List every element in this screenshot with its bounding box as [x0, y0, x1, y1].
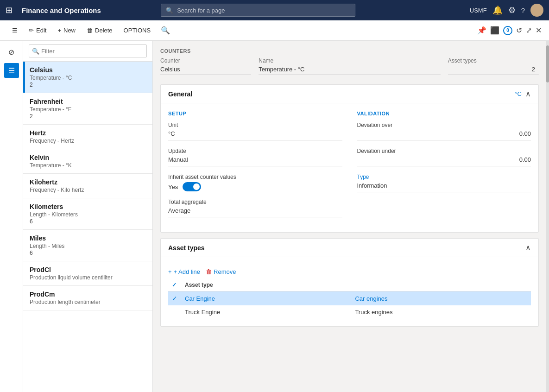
list-item[interactable]: Miles Length - Miles 6	[23, 230, 152, 261]
scrollbar-thumb[interactable]	[546, 45, 549, 82]
validation-label: VALIDATION	[357, 111, 531, 116]
item-sub: Length - Miles	[30, 243, 146, 249]
circle-icon[interactable]: 0	[503, 26, 512, 35]
counters-section: COUNTERS Counter Celsius Name Temperatur…	[160, 48, 539, 79]
main-layout: ⊘ ☰ 🔍 Celsius Temperature - °C 2 Fahrenh…	[0, 41, 549, 392]
row-asset-type: Car Engine	[181, 291, 351, 306]
office-icon[interactable]: ⬛	[490, 26, 499, 35]
list-item[interactable]: Fahrenheit Temperature - °F 2	[23, 93, 152, 125]
popout-icon[interactable]: ⤢	[526, 26, 532, 35]
toolbar-search-icon[interactable]: 🔍	[161, 26, 170, 35]
item-sub: Production length centimeter	[30, 299, 146, 305]
asset-types-collapse-button[interactable]: ∧	[525, 243, 531, 252]
description-col-header	[351, 279, 531, 291]
remove-button[interactable]: 🗑 Remove	[206, 268, 236, 275]
item-num: 6	[30, 218, 146, 225]
search-box[interactable]: 🔍 Search for a page	[161, 4, 355, 17]
new-label: New	[63, 27, 76, 34]
general-card-header-right: °C ∧	[515, 89, 531, 98]
col-asset-types-header: Asset types	[448, 57, 539, 64]
top-right-icons: USMF 🔔 ⚙ ?	[470, 4, 543, 17]
bell-icon[interactable]: 🔔	[492, 5, 503, 15]
asset-types-card-title: Asset types	[168, 244, 205, 252]
item-sub: Length - Kilometers	[30, 211, 146, 218]
general-card-title: General	[168, 90, 192, 98]
new-icon: +	[57, 27, 61, 34]
gear-icon[interactable]: ⚙	[508, 5, 516, 15]
hamburger-button[interactable]: ☰	[7, 24, 22, 37]
check-col-header: ✓	[168, 279, 181, 291]
type-label: Type	[357, 174, 531, 180]
inherit-toggle-label: Yes	[168, 183, 178, 190]
total-aggregate-value[interactable]: Average	[168, 207, 342, 217]
item-num: 6	[30, 250, 146, 256]
add-line-button[interactable]: + + Add line	[168, 268, 200, 275]
item-name: Hertz	[30, 129, 146, 137]
list-item[interactable]: Kilometers Length - Kilometers 6	[23, 198, 152, 230]
remove-icon: 🗑	[206, 268, 212, 275]
general-collapse-button[interactable]: ∧	[525, 89, 531, 98]
sidebar-filter-icon[interactable]: ⊘	[4, 44, 19, 59]
deviation-under-value[interactable]: 0.00	[357, 156, 531, 166]
sidebar-list-icon[interactable]: ☰	[4, 63, 19, 78]
inherit-toggle-wrap: Yes	[168, 182, 342, 191]
item-name: Kilohertz	[30, 178, 146, 186]
hamburger-icon: ☰	[12, 27, 18, 34]
setup-col: SETUP Unit °C Update Manual Inherit asse…	[168, 111, 342, 225]
general-form: SETUP Unit °C Update Manual Inherit asse…	[168, 111, 531, 225]
delete-label: Delete	[95, 27, 113, 34]
notification-count: 0	[506, 28, 509, 33]
scrollbar-track[interactable]	[546, 41, 549, 392]
deviation-over-label: Deviation over	[357, 122, 531, 128]
list-item[interactable]: ProdCm Production length centimeter	[23, 286, 152, 310]
unit-value[interactable]: °C	[168, 130, 342, 140]
refresh-icon[interactable]: ↺	[516, 26, 522, 35]
list-item[interactable]: Kelvin Temperature - °K	[23, 149, 152, 174]
options-label: OPTIONS	[124, 27, 151, 34]
toolbar: ☰ ✏ Edit + New 🗑 Delete OPTIONS 🔍 📌 ⬛ 0 …	[0, 20, 549, 41]
new-button[interactable]: + New	[53, 24, 80, 37]
close-icon[interactable]: ✕	[536, 26, 542, 35]
item-sub: Production liquid volume centiliter	[30, 274, 146, 281]
asset-types-card-header: Asset types ∧	[161, 239, 538, 257]
tenant-label: USMF	[470, 7, 487, 14]
top-navigation: ⊞ Finance and Operations 🔍 Search for a …	[0, 0, 549, 20]
inherit-toggle[interactable]	[183, 182, 201, 191]
update-value[interactable]: Manual	[168, 156, 342, 166]
list-item[interactable]: Celsius Temperature - °C 2	[23, 62, 152, 93]
unit-label: Unit	[168, 122, 342, 128]
delete-button[interactable]: 🗑 Delete	[82, 24, 117, 37]
asset-types-header-right: ∧	[525, 243, 531, 252]
filter-search-icon: 🔍	[32, 48, 39, 55]
deviation-over-value[interactable]: 0.00	[357, 130, 531, 140]
edit-button[interactable]: ✏ Edit	[24, 24, 51, 37]
help-icon[interactable]: ?	[521, 6, 525, 14]
unit-group: Unit °C	[168, 122, 342, 140]
toolbar-right: 📌 ⬛ 0 ↺ ⤢ ✕	[477, 26, 542, 35]
add-line-icon: +	[168, 268, 172, 275]
table-row[interactable]: Truck Engine Truck engines	[168, 305, 531, 319]
sidebar: ⊘ ☰	[0, 41, 23, 392]
asset-types-card: Asset types ∧ + + Add line 🗑 Remove	[160, 238, 539, 327]
list-item[interactable]: ProdCl Production liquid volume centilit…	[23, 261, 152, 286]
grid-icon[interactable]: ⊞	[6, 5, 13, 15]
item-sub: Temperature - °F	[30, 106, 146, 113]
update-group: Update Manual	[168, 148, 342, 166]
avatar[interactable]	[530, 4, 543, 17]
list-item[interactable]: Hertz Frequency - Hertz	[23, 125, 152, 149]
total-aggregate-group: Total aggregate Average	[168, 199, 342, 217]
options-button[interactable]: OPTIONS	[119, 24, 156, 37]
list-scroll: Celsius Temperature - °C 2 Fahrenheit Te…	[23, 62, 152, 392]
pin-icon[interactable]: 📌	[477, 26, 486, 35]
type-value[interactable]: Information	[357, 182, 531, 192]
search-icon: 🔍	[166, 7, 173, 14]
item-name: Kelvin	[30, 154, 146, 161]
delete-icon: 🗑	[87, 27, 93, 34]
filter-input[interactable]	[29, 44, 147, 57]
list-item[interactable]: Kilohertz Frequency - Kilo hertz	[23, 174, 152, 198]
table-row[interactable]: ✓ Car Engine Car engines	[168, 291, 531, 306]
item-name: ProdCl	[30, 266, 146, 273]
deviation-under-group: Deviation under 0.00	[357, 148, 531, 166]
asset-toolbar: + + Add line 🗑 Remove	[168, 265, 531, 279]
asset-types-table: ✓ Asset type ✓ Car Engine Car engines Tr…	[168, 279, 531, 319]
